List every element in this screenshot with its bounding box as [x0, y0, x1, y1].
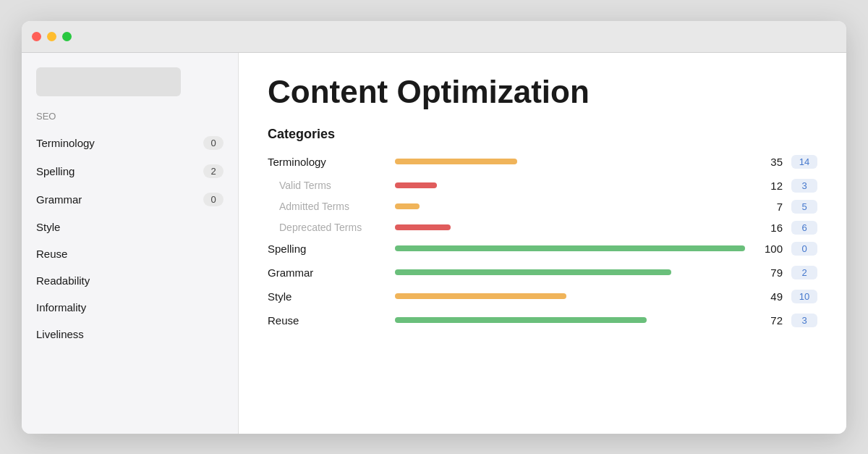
category-bar-container: [395, 203, 745, 210]
category-row-valid-terms: Valid Terms123: [268, 179, 817, 193]
category-badge: 5: [791, 200, 817, 214]
category-value: 49: [757, 290, 783, 303]
sidebar-item-badge: 0: [203, 136, 224, 150]
sidebar-item-label: Terminology: [36, 137, 95, 149]
titlebar: [22, 21, 846, 53]
category-bar: [395, 317, 647, 323]
sidebar-item-spelling[interactable]: Spelling2: [22, 157, 238, 185]
category-row-style: Style4910: [268, 290, 817, 303]
category-badge: 6: [791, 221, 817, 235]
sidebar-item-label: Reuse: [36, 248, 67, 260]
traffic-lights: [32, 32, 72, 41]
category-bar-container: [395, 269, 745, 276]
category-bar: [395, 203, 420, 209]
category-badge: 10: [791, 290, 817, 303]
category-name: Deprecated Terms: [268, 222, 383, 233]
category-bar: [395, 245, 745, 251]
category-row-grammar: Grammar792: [268, 266, 817, 279]
sidebar-item-grammar[interactable]: Grammar0: [22, 185, 238, 214]
category-badge: 2: [791, 266, 817, 279]
page-title: Content Optimization: [268, 75, 817, 109]
main-content: Content Optimization Categories Terminol…: [239, 53, 846, 434]
sidebar-item-style[interactable]: Style: [22, 214, 238, 240]
sidebar-item-label: Informality: [36, 301, 86, 314]
category-name: Grammar: [268, 266, 383, 279]
sidebar: SEO Terminology0Spelling2Grammar0StyleRe…: [22, 53, 239, 434]
category-name: Reuse: [268, 314, 383, 327]
sidebar-item-label: Readability: [36, 274, 90, 287]
app-window: SEO Terminology0Spelling2Grammar0StyleRe…: [22, 21, 846, 434]
sidebar-item-badge: 0: [203, 193, 224, 206]
sidebar-item-label: Grammar: [36, 193, 82, 206]
content-area: SEO Terminology0Spelling2Grammar0StyleRe…: [22, 53, 846, 434]
category-value: 12: [757, 180, 783, 192]
category-bar: [395, 182, 437, 188]
categories-label: Categories: [268, 127, 817, 142]
sidebar-section-label: SEO: [22, 108, 238, 129]
category-name: Admitted Terms: [268, 201, 383, 212]
category-badge: 3: [791, 179, 817, 193]
category-bar-container: [395, 182, 745, 189]
category-value: 7: [757, 201, 783, 213]
close-button[interactable]: [32, 32, 41, 41]
sidebar-item-terminology[interactable]: Terminology0: [22, 129, 238, 157]
category-value: 79: [757, 266, 783, 279]
sidebar-item-label: Liveliness: [36, 328, 84, 340]
category-row-terminology: Terminology3514: [268, 155, 817, 169]
category-bar: [395, 293, 566, 299]
category-name: Valid Terms: [268, 180, 383, 191]
category-value: 100: [757, 243, 783, 255]
minimize-button[interactable]: [47, 32, 56, 41]
category-bar-container: [395, 316, 745, 324]
sidebar-item-reuse[interactable]: Reuse: [22, 240, 238, 267]
category-badge: 14: [791, 155, 817, 169]
category-value: 72: [757, 314, 783, 327]
category-bar-container: [395, 245, 745, 252]
category-bar: [395, 159, 517, 164]
category-badge: 3: [791, 314, 817, 327]
category-row-reuse: Reuse723: [268, 314, 817, 327]
logo-placeholder: [36, 67, 181, 96]
sidebar-item-informality[interactable]: Informality: [22, 294, 238, 321]
sidebar-item-badge: 2: [203, 164, 224, 178]
sidebar-item-label: Spelling: [36, 165, 75, 177]
maximize-button[interactable]: [62, 32, 72, 41]
category-bar-container: [395, 158, 745, 165]
sidebar-item-liveliness[interactable]: Liveliness: [22, 321, 238, 348]
category-value: 35: [757, 156, 783, 168]
category-badge: 0: [791, 242, 817, 256]
category-bar-container: [395, 293, 745, 300]
category-row-deprecated-terms: Deprecated Terms166: [268, 221, 817, 235]
sidebar-item-label: Style: [36, 221, 60, 233]
category-bar-container: [395, 224, 745, 231]
category-name: Terminology: [268, 156, 383, 168]
category-name: Spelling: [268, 243, 383, 255]
category-bar: [395, 269, 671, 275]
category-row-admitted-terms: Admitted Terms75: [268, 200, 817, 214]
category-name: Style: [268, 290, 383, 303]
sidebar-item-readability[interactable]: Readability: [22, 267, 238, 294]
category-value: 16: [757, 222, 783, 234]
category-row-spelling: Spelling1000: [268, 242, 817, 256]
category-bar: [395, 224, 451, 230]
